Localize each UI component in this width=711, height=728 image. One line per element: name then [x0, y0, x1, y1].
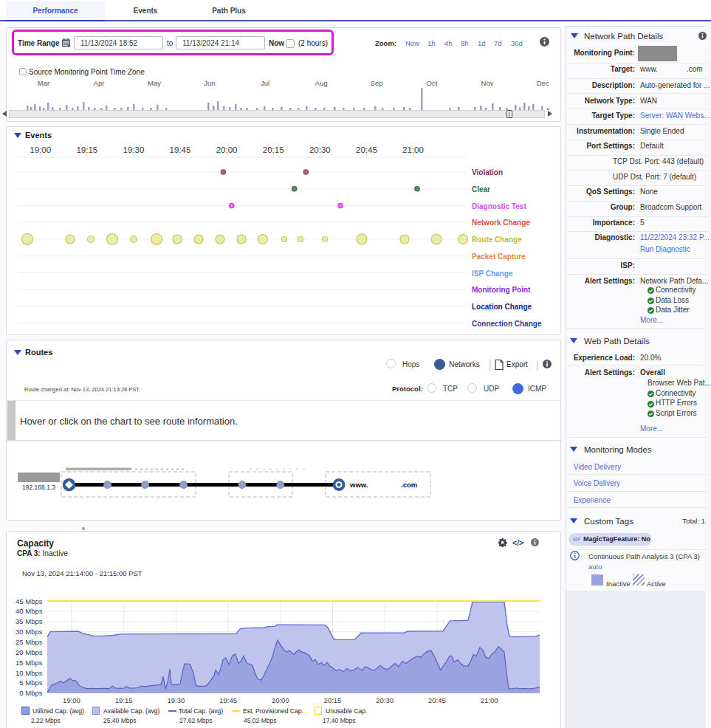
- svg-text:192.168.1.3: 192.168.1.3: [22, 484, 55, 491]
- svg-text:0 Mbps: 0 Mbps: [19, 689, 42, 697]
- svg-text:10 Mbps: 10 Mbps: [16, 669, 43, 677]
- svg-text:20:30: 20:30: [309, 145, 331, 154]
- svg-text:20:45: 20:45: [428, 696, 446, 704]
- svg-text:20:15: 20:15: [324, 696, 342, 704]
- svg-text:40 Mbps: 40 Mbps: [16, 607, 43, 615]
- svg-text:20 Mbps: 20 Mbps: [16, 648, 43, 656]
- svg-text:45 Mbps: 45 Mbps: [16, 597, 43, 605]
- svg-text:19:00: 19:00: [30, 145, 51, 154]
- svg-text:21:00: 21:00: [402, 145, 424, 154]
- svg-text:Location Change: Location Change: [472, 303, 532, 311]
- svg-text:19:00: 19:00: [63, 696, 80, 704]
- svg-text:Network Change: Network Change: [472, 219, 530, 227]
- svg-text:Connection Change: Connection Change: [472, 320, 542, 328]
- svg-text:Violation: Violation: [472, 168, 503, 176]
- svg-text:20:30: 20:30: [376, 696, 394, 704]
- svg-text:20:45: 20:45: [356, 145, 377, 154]
- svg-text:www.: www.: [349, 481, 368, 489]
- svg-text:35 Mbps: 35 Mbps: [16, 617, 43, 625]
- svg-text:19:30: 19:30: [168, 696, 185, 704]
- svg-text:.com: .com: [401, 481, 417, 489]
- svg-text:Route Change: Route Change: [472, 236, 522, 244]
- svg-text:25 Mbps: 25 Mbps: [16, 638, 43, 646]
- svg-text:Packet Capture: Packet Capture: [472, 253, 526, 261]
- svg-text:ISP Change: ISP Change: [472, 269, 513, 278]
- svg-text:20:00: 20:00: [272, 696, 289, 704]
- svg-text:Diagnostic Test: Diagnostic Test: [472, 202, 526, 210]
- svg-text:Monitoring Point: Monitoring Point: [472, 286, 531, 294]
- svg-text:30 Mbps: 30 Mbps: [16, 628, 43, 636]
- svg-text:20:00: 20:00: [216, 145, 238, 154]
- svg-text:19:45: 19:45: [170, 145, 191, 154]
- svg-text:19:15: 19:15: [115, 696, 133, 704]
- svg-text:19:30: 19:30: [123, 145, 145, 154]
- svg-text:21:00: 21:00: [481, 696, 498, 704]
- svg-text:19:15: 19:15: [76, 145, 97, 154]
- svg-text:15 Mbps: 15 Mbps: [16, 659, 43, 667]
- svg-text:20:15: 20:15: [263, 145, 284, 154]
- svg-text:Clear: Clear: [472, 185, 490, 193]
- svg-text:5 Mbps: 5 Mbps: [19, 679, 42, 687]
- svg-text:19:45: 19:45: [219, 696, 237, 704]
